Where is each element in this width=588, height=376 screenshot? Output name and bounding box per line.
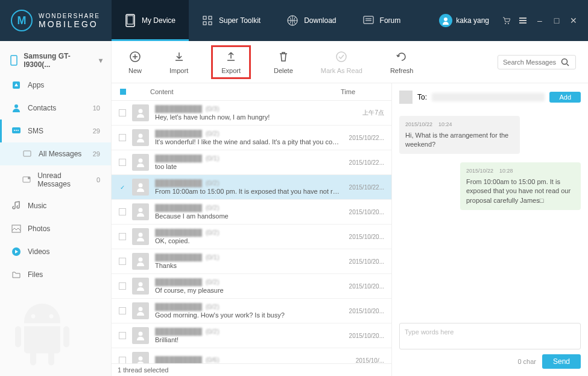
sidebar-label: Photos bbox=[28, 225, 50, 233]
refresh-button[interactable]: Refresh bbox=[385, 46, 419, 78]
tab-super-toolkit[interactable]: Super Toolkit bbox=[189, 0, 274, 41]
sidebar-item-contacts[interactable]: Contacts 10 bbox=[0, 97, 111, 119]
row-checkbox[interactable]: ✓ bbox=[119, 183, 126, 191]
message-row[interactable]: ██████████(0/2)OK, copied.2015/10/20... bbox=[112, 225, 391, 249]
row-checkbox[interactable] bbox=[119, 332, 126, 339]
sidebar-label: Videos bbox=[28, 247, 49, 256]
tool-label: Export bbox=[221, 67, 241, 74]
contact-avatar-icon bbox=[132, 327, 149, 344]
nav-tabs: My Device Super Toolkit Download Forum bbox=[112, 0, 439, 41]
message-body: ██████████(0/2)OK, copied. bbox=[155, 229, 342, 244]
status-bar: 1 thread selected bbox=[112, 363, 391, 376]
select-all-checkbox[interactable] bbox=[120, 89, 126, 95]
logo-area: M WONDERSHARE MOBILEGO bbox=[0, 0, 112, 41]
minimize-button[interactable]: – bbox=[535, 16, 545, 25]
mark-read-button[interactable]: Mark As Read bbox=[316, 46, 367, 78]
row-checkbox[interactable] bbox=[119, 307, 126, 314]
search-input[interactable] bbox=[503, 59, 557, 66]
message-body: ██████████(0/6) bbox=[155, 356, 342, 363]
svg-point-10 bbox=[444, 18, 447, 21]
sidebar-item-sms[interactable]: SMS 29 bbox=[0, 119, 111, 142]
svg-point-40 bbox=[139, 258, 143, 262]
brand-bottom: MOBILEGO bbox=[39, 19, 100, 29]
message-count: (0/6) bbox=[206, 356, 220, 363]
message-input[interactable]: Type words here bbox=[399, 323, 581, 349]
sidebar-item-photos[interactable]: Photos bbox=[0, 217, 111, 240]
close-button[interactable]: ✕ bbox=[569, 16, 578, 25]
files-icon bbox=[11, 269, 22, 280]
tab-forum[interactable]: Forum bbox=[350, 0, 414, 41]
delete-button[interactable]: Delete bbox=[269, 46, 298, 78]
sidebar-item-unread-messages[interactable]: Unread Messages 0 bbox=[0, 165, 111, 194]
globe-icon bbox=[287, 15, 298, 26]
contact-name: ██████████ bbox=[155, 105, 202, 112]
device-name: Samsung GT-I9300(... bbox=[24, 52, 94, 69]
search-box[interactable] bbox=[498, 55, 576, 69]
message-row[interactable]: ██████████(0/6)2015/10/... bbox=[112, 348, 391, 363]
user-area[interactable]: kaka yang bbox=[439, 14, 489, 27]
row-checkbox[interactable] bbox=[119, 208, 126, 215]
device-selector[interactable]: Samsung GT-I9300(... ▾ bbox=[0, 47, 111, 74]
svg-point-18 bbox=[14, 104, 18, 108]
sidebar-item-apps[interactable]: Apps bbox=[0, 74, 111, 97]
char-count: 0 char bbox=[517, 358, 536, 365]
row-checkbox[interactable] bbox=[119, 134, 126, 141]
message-time: 2015/10/... bbox=[348, 357, 384, 364]
sidebar-item-videos[interactable]: Videos bbox=[0, 240, 111, 263]
svg-rect-16 bbox=[11, 56, 17, 65]
col-header-content: Content bbox=[150, 88, 335, 95]
menu-icon[interactable] bbox=[518, 16, 528, 25]
contact-avatar-icon bbox=[132, 278, 149, 295]
message-row[interactable]: ██████████(0/2)Because I am handsome2015… bbox=[112, 200, 391, 225]
maximize-button[interactable]: □ bbox=[552, 16, 561, 25]
list-body[interactable]: ██████████(0/3)Hey, let's have lunch now… bbox=[112, 101, 391, 363]
sidebar-item-files[interactable]: Files bbox=[0, 263, 111, 286]
add-button[interactable]: Add bbox=[549, 92, 581, 103]
message-time: 2015/10/20... bbox=[348, 234, 384, 240]
row-checkbox[interactable] bbox=[119, 357, 126, 363]
tab-my-device[interactable]: My Device bbox=[112, 0, 189, 41]
search-icon bbox=[561, 58, 569, 66]
export-button[interactable]: Export bbox=[211, 45, 251, 79]
svg-point-44 bbox=[139, 357, 143, 361]
row-checkbox[interactable] bbox=[119, 159, 126, 166]
message-count: (0/2) bbox=[206, 328, 220, 335]
music-icon bbox=[11, 200, 22, 211]
contact-avatar-icon bbox=[132, 228, 149, 245]
message-row[interactable]: ██████████(0/2)Of course, my pleasure201… bbox=[112, 274, 391, 299]
message-row[interactable]: ██████████(0/1)too late2015/10/22... bbox=[112, 150, 391, 175]
message-row[interactable]: ██████████(0/1)Thanks2015/10/20... bbox=[112, 249, 391, 274]
titlebar: M WONDERSHARE MOBILEGO My Device Super T… bbox=[0, 0, 588, 41]
cart-icon[interactable] bbox=[501, 16, 511, 25]
list-header: Content Time bbox=[112, 83, 391, 101]
new-button[interactable]: New bbox=[124, 46, 147, 78]
message-row[interactable]: ██████████(0/3)Hey, let's have lunch now… bbox=[112, 101, 391, 126]
tab-download[interactable]: Download bbox=[274, 0, 349, 41]
chat-body[interactable]: 2015/10/22 10:24Hi, What is the arrangem… bbox=[399, 110, 581, 323]
svg-point-25 bbox=[28, 177, 30, 179]
message-body: ██████████(0/2)Brilliant! bbox=[155, 328, 342, 343]
send-button[interactable]: Send bbox=[542, 354, 581, 369]
message-row[interactable]: ✓██████████(0/2)From 10:00am to 15:00 pm… bbox=[112, 175, 391, 200]
import-button[interactable]: Import bbox=[165, 46, 193, 78]
message-preview: Of course, my pleasure bbox=[155, 287, 342, 294]
contact-name: ██████████ bbox=[155, 155, 202, 162]
sidebar-label: Unread Messages bbox=[37, 171, 90, 188]
message-row[interactable]: ██████████(0/2)Good morning. How's your … bbox=[112, 299, 391, 323]
sidebar-item-music[interactable]: Music bbox=[0, 194, 111, 217]
row-checkbox[interactable] bbox=[119, 258, 126, 265]
message-row[interactable]: ██████████(0/2)Brilliant!2015/10/20... bbox=[112, 323, 391, 348]
row-checkbox[interactable] bbox=[119, 109, 126, 116]
toolbar: New Import Export Delete Mark As Read Re… bbox=[112, 41, 588, 83]
row-checkbox[interactable] bbox=[119, 233, 126, 240]
message-list: Content Time ██████████(0/3)Hey, let's h… bbox=[112, 83, 392, 376]
message-row[interactable]: ██████████(0/2)It's wonderful! I like th… bbox=[112, 126, 391, 150]
bubble-meta: 2015/10/22 10:24 bbox=[405, 121, 514, 129]
sidebar-label: SMS bbox=[28, 127, 43, 135]
svg-point-37 bbox=[139, 183, 143, 188]
row-checkbox[interactable] bbox=[119, 282, 126, 290]
sidebar-item-all-messages[interactable]: All Messages 29 bbox=[0, 142, 111, 165]
tab-label: Forum bbox=[380, 16, 401, 25]
message-preview: From 10:00am to 15:00 pm. It is exposed … bbox=[155, 188, 342, 195]
svg-rect-7 bbox=[364, 16, 373, 24]
